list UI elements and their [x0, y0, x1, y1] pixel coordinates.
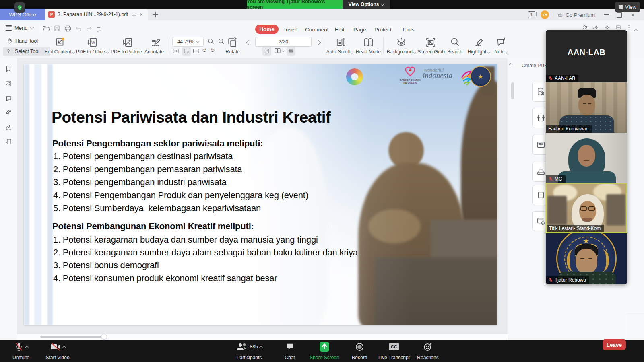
scrollbar-thumb[interactable]: [40, 336, 104, 338]
search-button[interactable]: [449, 36, 460, 50]
participant-tile[interactable]: MC: [546, 133, 627, 183]
divider: [169, 37, 169, 54]
document-tab[interactable]: P 3. Paparan UIN...29-9-21-1).pdf ×: [45, 9, 148, 20]
rotate-right-icon[interactable]: ↻: [210, 47, 215, 53]
thumbnails-icon[interactable]: [5, 80, 12, 89]
avatar[interactable]: TR: [541, 10, 549, 19]
go-premium-button[interactable]: Go Premium: [557, 10, 595, 19]
rotate-left-icon[interactable]: ↺: [202, 47, 207, 53]
two-page-view-button[interactable]: [275, 47, 284, 54]
background-button[interactable]: [395, 36, 407, 50]
view-options-button[interactable]: View Options: [343, 0, 390, 9]
auto-scroll-label: Auto Scroll: [322, 49, 357, 55]
unmute-button[interactable]: Unmute: [6, 341, 36, 360]
participant-tile[interactable]: Fachrul Kurniawan: [546, 82, 627, 133]
menu-button[interactable]: Menu: [6, 25, 33, 31]
hand-icon: [6, 38, 12, 44]
read-mode-button[interactable]: [362, 36, 374, 50]
participant-tile[interactable]: AAN-LAB AAN-LAB: [546, 30, 627, 82]
highlight-button[interactable]: [473, 36, 485, 50]
tab-page[interactable]: Page: [353, 27, 366, 33]
zoom-out-button[interactable]: [207, 37, 215, 47]
tab-edit[interactable]: Edit: [335, 27, 344, 33]
page-indicator-field[interactable]: 2/20: [255, 37, 312, 47]
tab-tools[interactable]: Tools: [402, 27, 415, 33]
speaker-name: AAN-LAB: [546, 48, 627, 57]
panel-scroll-up-icon[interactable]: [510, 60, 512, 68]
bookmarks-icon[interactable]: [5, 65, 12, 74]
share-screen-button[interactable]: Share Screen: [305, 341, 344, 360]
previous-page-button[interactable]: [247, 39, 251, 46]
cc-icon: CC: [389, 343, 399, 350]
live-transcript-button[interactable]: CC Live Transcript: [374, 341, 414, 360]
zoom-in-button[interactable]: [217, 37, 225, 47]
single-page-view-button[interactable]: [262, 47, 271, 56]
undo-button[interactable]: [75, 25, 82, 34]
zoom-view-button[interactable]: View: [615, 2, 640, 12]
camera-muted-icon: [50, 342, 61, 352]
tab-comment[interactable]: Comment: [305, 27, 329, 33]
record-icon: [355, 342, 364, 352]
fit-page-button[interactable]: [182, 47, 191, 56]
chevron-up-icon[interactable]: [259, 346, 263, 350]
participant-tile[interactable]: ★ Tjatur Rebowo: [546, 233, 627, 284]
chevron-up-icon[interactable]: [62, 346, 66, 350]
next-page-button[interactable]: [316, 39, 320, 46]
merge-icon: [537, 113, 545, 122]
signature-icon[interactable]: [5, 123, 12, 132]
edit-content-label: Edit Content: [42, 49, 77, 55]
export-icon[interactable]: [5, 138, 12, 147]
customize-toolbar-button[interactable]: [97, 27, 100, 32]
comments-icon[interactable]: [5, 95, 12, 104]
window-count-badge[interactable]: 1: [528, 11, 535, 18]
collapse-ribbon-icon[interactable]: [634, 27, 637, 34]
scrollbar-handle[interactable]: [101, 334, 107, 340]
print-button[interactable]: [64, 25, 72, 34]
zoom-level-select[interactable]: 44.79%: [172, 37, 204, 47]
screen-grab-button[interactable]: [425, 36, 437, 50]
participants-button[interactable]: 885 Participants: [231, 341, 267, 360]
pdf-to-office-button[interactable]: W: [86, 36, 98, 50]
annotate-label: Annotate: [140, 49, 168, 55]
tab-insert[interactable]: Insert: [284, 27, 298, 33]
record-button[interactable]: Record: [347, 341, 372, 360]
hand-tool-button[interactable]: Hand Tool: [6, 38, 38, 44]
save-button[interactable]: [53, 25, 61, 34]
actual-size-button[interactable]: [172, 48, 180, 56]
reactions-button[interactable]: Reactions: [414, 341, 442, 360]
slide-list-item: 1. Potensi pengembangan destinasi pariwi…: [53, 151, 233, 162]
minimize-button[interactable]: [604, 14, 609, 15]
tab-home[interactable]: Home: [255, 25, 279, 34]
auto-scroll-button[interactable]: [335, 36, 346, 50]
video-person-glasses: [580, 206, 587, 211]
start-video-button[interactable]: Start Video: [40, 341, 75, 360]
edit-content-button[interactable]: [54, 36, 66, 50]
continuous-view-button[interactable]: [287, 47, 295, 56]
open-file-button[interactable]: [42, 25, 50, 34]
annotate-button[interactable]: [150, 36, 162, 50]
maximize-button[interactable]: [617, 12, 622, 18]
close-window-button[interactable]: ×: [631, 12, 635, 19]
leave-button[interactable]: Leave: [603, 339, 626, 350]
tab-protect[interactable]: Protect: [374, 27, 392, 33]
note-button[interactable]: [496, 36, 507, 50]
rotate-button[interactable]: [226, 36, 238, 50]
pdf-page[interactable]: BANGGA BUATAN INDONESIA wonderful indone…: [24, 64, 497, 325]
chevron-up-icon[interactable]: [25, 346, 29, 350]
pdf-to-picture-icon: [122, 36, 134, 48]
background-icon: [395, 36, 407, 48]
new-tab-button[interactable]: [152, 11, 159, 18]
more-vertical-icon[interactable]: ⋮: [626, 24, 632, 30]
participant-label: Titik Lestari- Stand-Kom: [547, 225, 604, 232]
panel-scrollbar-thumb[interactable]: [511, 82, 514, 99]
close-tab-icon[interactable]: ×: [140, 11, 143, 18]
divider: [553, 11, 553, 18]
chat-button[interactable]: Chat: [279, 341, 300, 360]
redo-button[interactable]: [85, 25, 93, 34]
fit-width-button[interactable]: [192, 48, 200, 56]
pdf-to-picture-button[interactable]: [122, 36, 134, 50]
read-mode-label: Read Mode: [353, 49, 384, 55]
attachments-icon[interactable]: [5, 109, 12, 118]
chat-icon: [285, 342, 295, 351]
participant-tile-active[interactable]: Titik Lestari- Stand-Kom: [546, 183, 627, 233]
